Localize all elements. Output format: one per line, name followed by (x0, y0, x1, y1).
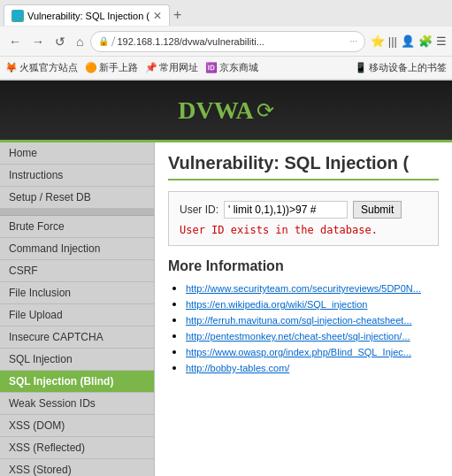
browser-chrome: 🌐 Vulnerability: SQL Injection ( ✕ + ← →… (0, 0, 452, 81)
list-item: http://pentestmonkey.net/cheat-sheet/sql… (186, 329, 439, 342)
sidebar-item-xssstored[interactable]: XSS (Stored) (0, 459, 154, 476)
result-text: User ID exists in the database. (180, 224, 427, 236)
sidebar-item-label: SQL Injection (9, 353, 73, 365)
bookmark-common[interactable]: 📌 常用网址 (145, 61, 198, 74)
sidebar-item-fileinclusion[interactable]: File Inclusion (0, 282, 154, 304)
security-icon: 🔒 (98, 36, 109, 46)
sidebar-item-label: SQL Injection (Blind) (9, 375, 113, 388)
dvwa-logo: DVWA (178, 96, 254, 125)
sidebar-item-xssreflected[interactable]: XSS (Reflected) (0, 437, 154, 459)
list-item: https://www.owasp.org/index.php/Blind_SQ… (186, 345, 439, 358)
bookmark-foxsite[interactable]: 🦊 火狐官方站点 (5, 61, 78, 74)
dvwa-logo-text2: W (214, 96, 236, 124)
bookmark-jd[interactable]: 🆔 京东商城 (205, 61, 258, 74)
sidebar-item-label: File Inclusion (9, 287, 71, 299)
link-5[interactable]: http://bobby-tables.com/ (186, 363, 289, 373)
sidebar-item-label: File Upload (9, 309, 63, 321)
bookmarks-bar: 🦊 火狐官方站点 🟠 新手上路 📌 常用网址 🆔 京东商城 📱 移动设备上的书签 (0, 57, 452, 80)
jd-icon: 🆔 (205, 62, 218, 73)
sidebar-item-label: XSS (DOM) (9, 419, 65, 432)
menu-icon[interactable]: ☰ (436, 35, 447, 48)
bookmarks-icon[interactable]: ⭐ (371, 35, 385, 48)
tab-title: Vulnerability: SQL Injection ( (27, 11, 149, 21)
sidebar-item-label: Insecure CAPTCHA (9, 331, 103, 343)
links-list: http://www.securityteam.com/securityrevi… (168, 281, 439, 374)
reader-icon[interactable]: ||| (388, 35, 397, 48)
list-item: https://en.wikipedia.org/wiki/SQL_inject… (186, 297, 439, 311)
sidebar-item-weaksessionids[interactable]: Weak Session IDs (0, 393, 154, 415)
link-0[interactable]: http://www.securityteam.com/securityrevi… (186, 283, 421, 294)
home-button[interactable]: ⌂ (73, 33, 87, 50)
sidebar-item-label: Brute Force (9, 220, 65, 233)
more-info-title: More Information (168, 258, 439, 274)
dvwa-logo-accent: V (195, 96, 213, 124)
account-icon[interactable]: 👤 (401, 35, 415, 48)
bookmark-mobile[interactable]: 📱 移动设备上的书签 (355, 61, 447, 74)
address-bar[interactable]: 🔒 ⧸ 192.168.1.128/dvwa/vulnerabiliti... … (90, 31, 364, 52)
sidebar-item-label: Command Injection (9, 242, 100, 255)
beginner-icon: 🟠 (85, 62, 97, 73)
list-item: http://ferruh.mavituna.com/sql-injection… (186, 313, 439, 326)
userid-input[interactable] (224, 201, 348, 219)
link-1[interactable]: https://en.wikipedia.org/wiki/SQL_inject… (186, 299, 367, 310)
sidebar-item-instructions[interactable]: Instructions (0, 165, 154, 187)
tab-close-button[interactable]: ✕ (153, 10, 162, 22)
bookmark-label: 移动设备上的书签 (369, 61, 447, 74)
dvwa-logo-text: D (178, 96, 195, 124)
new-tab-button[interactable]: + (173, 7, 181, 23)
main-content: Vulnerability: SQL Injection ( User ID: … (155, 142, 452, 476)
form-row: User ID: Submit (180, 201, 427, 219)
sidebar-item-label: XSS (Reflected) (9, 441, 85, 454)
sidebar-item-label: Instructions (9, 169, 63, 181)
list-item: http://bobby-tables.com/ (186, 361, 439, 374)
form-area: User ID: Submit User ID exists in the da… (168, 191, 439, 246)
bookmark-beginner[interactable]: 🟠 新手上路 (85, 61, 138, 74)
dvwa-header: DVWA ⟳ (0, 81, 452, 142)
sidebar-item-sqlinjectblind[interactable]: SQL Injection (Blind) (0, 371, 154, 393)
link-2[interactable]: http://ferruh.mavituna.com/sql-injection… (186, 315, 412, 326)
sidebar-item-label: Home (9, 147, 37, 159)
sidebar-item-commandinjection[interactable]: Command Injection (0, 238, 154, 260)
common-icon: 📌 (145, 62, 157, 73)
page-content: DVWA ⟳ Home Instructions Setup / Reset D… (0, 81, 452, 476)
sidebar-item-label: Setup / Reset DB (9, 191, 91, 203)
userid-label: User ID: (180, 203, 218, 216)
sidebar-item-label: CSRF (9, 265, 38, 277)
submit-button[interactable]: Submit (353, 201, 402, 219)
forward-button[interactable]: → (28, 33, 48, 50)
sidebar-item-xssdom[interactable]: XSS (DOM) (0, 415, 154, 437)
sidebar-item-home[interactable]: Home (0, 142, 154, 165)
active-tab[interactable]: 🌐 Vulnerability: SQL Injection ( ✕ (4, 4, 170, 26)
page-title: Vulnerability: SQL Injection ( (168, 153, 439, 180)
dvwa-logo-accent2: A (236, 96, 254, 124)
sidebar-item-setup[interactable]: Setup / Reset DB (0, 187, 154, 209)
list-item: http://www.securityteam.com/securityrevi… (186, 281, 439, 295)
sidebar-item-label: Weak Session IDs (9, 397, 96, 410)
address-slash: ⧸ (111, 35, 115, 47)
nav-bar: ← → ↺ ⌂ 🔒 ⧸ 192.168.1.128/dvwa/vulnerabi… (0, 27, 452, 57)
extensions-icon[interactable]: 🧩 (418, 35, 433, 48)
tab-bar: 🌐 Vulnerability: SQL Injection ( ✕ + (0, 0, 452, 27)
back-button[interactable]: ← (5, 33, 25, 50)
sidebar-item-label: XSS (Stored) (9, 464, 72, 476)
address-more[interactable]: ··· (350, 36, 357, 46)
sidebar-divider (0, 209, 154, 216)
link-4[interactable]: https://www.owasp.org/index.php/Blind_SQ… (186, 347, 411, 357)
address-text: 192.168.1.128/dvwa/vulnerabiliti... (117, 36, 347, 47)
bookmark-label: 新手上路 (99, 61, 138, 74)
dvwa-swirl-icon: ⟳ (257, 98, 274, 123)
sidebar: Home Instructions Setup / Reset DB Brute… (0, 142, 155, 476)
sidebar-item-fileupload[interactable]: File Upload (0, 304, 154, 326)
bookmark-label: 火狐官方站点 (19, 61, 78, 74)
page-body: Home Instructions Setup / Reset DB Brute… (0, 142, 452, 476)
mobile-icon: 📱 (355, 62, 367, 73)
link-3[interactable]: http://pentestmonkey.net/cheat-sheet/sql… (186, 331, 410, 342)
refresh-button[interactable]: ↺ (51, 33, 69, 50)
bookmark-label: 京东商城 (219, 61, 258, 74)
sidebar-item-csrf[interactable]: CSRF (0, 260, 154, 282)
sidebar-item-sqlinjection[interactable]: SQL Injection (0, 349, 154, 371)
sidebar-item-bruteforce[interactable]: Brute Force (0, 216, 154, 238)
fox-icon: 🦊 (5, 62, 18, 73)
sidebar-item-insecurecaptcha[interactable]: Insecure CAPTCHA (0, 326, 154, 349)
bookmark-label: 常用网址 (159, 61, 198, 74)
